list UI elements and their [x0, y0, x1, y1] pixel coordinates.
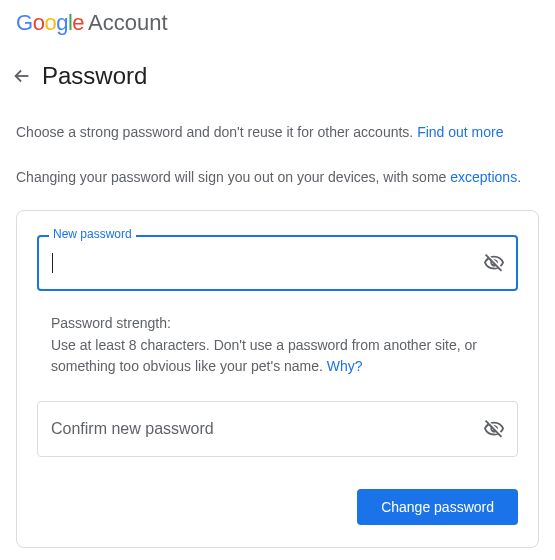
- title-row: Password: [0, 46, 555, 98]
- signout-text: Changing your password will sign you out…: [16, 169, 450, 185]
- app-header: Google Account: [0, 0, 555, 46]
- new-password-label: New password: [49, 227, 136, 241]
- password-strength-block: Password strength: Use at least 8 charac…: [51, 315, 504, 377]
- google-logo: Google: [16, 10, 84, 36]
- password-card: New password Password strength: Use at l…: [16, 210, 539, 548]
- toggle-new-password-visibility[interactable]: [480, 249, 508, 277]
- password-strength-desc: Use at least 8 characters. Don't use a p…: [51, 335, 504, 377]
- signout-paragraph: Changing your password will sign you out…: [16, 167, 539, 188]
- intro-paragraph: Choose a strong password and don't reuse…: [16, 122, 539, 143]
- visibility-off-icon: [483, 418, 505, 440]
- visibility-off-icon: [483, 252, 505, 274]
- page-title: Password: [42, 62, 147, 90]
- new-password-field: New password: [37, 235, 518, 291]
- intro-text: Choose a strong password and don't reuse…: [16, 124, 417, 140]
- toggle-confirm-password-visibility[interactable]: [480, 415, 508, 443]
- confirm-password-field: Confirm new password: [37, 401, 518, 457]
- content: Choose a strong password and don't reuse…: [0, 122, 555, 548]
- new-password-input[interactable]: [37, 235, 518, 291]
- confirm-password-input[interactable]: [37, 401, 518, 457]
- account-label: Account: [88, 10, 168, 36]
- change-password-button[interactable]: Change password: [357, 489, 518, 525]
- why-link[interactable]: Why?: [327, 358, 363, 374]
- button-row: Change password: [37, 489, 518, 525]
- exceptions-link[interactable]: exceptions: [450, 169, 517, 185]
- text-caret: [52, 253, 53, 273]
- signout-suffix: .: [517, 169, 521, 185]
- password-strength-title: Password strength:: [51, 315, 504, 331]
- back-button[interactable]: [10, 64, 34, 88]
- find-out-more-link[interactable]: Find out more: [417, 124, 503, 140]
- arrow-left-icon: [11, 65, 33, 87]
